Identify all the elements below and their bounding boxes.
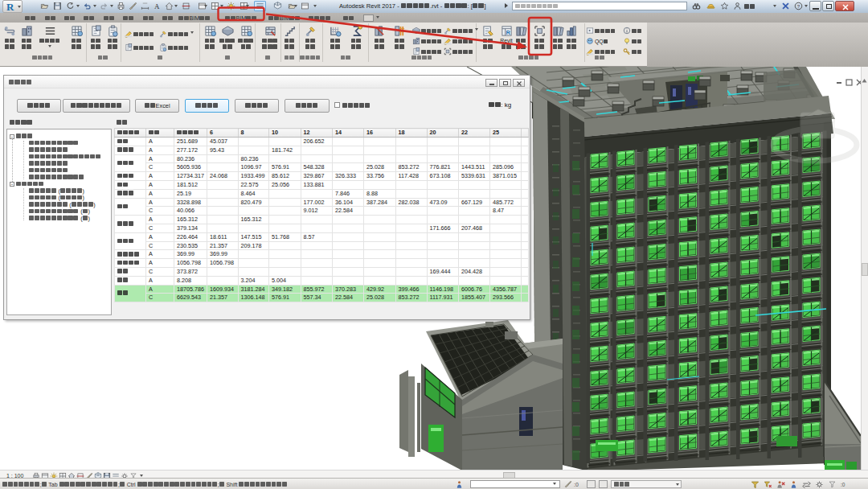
svg-text:A: A (154, 2, 160, 10)
svg-text:?: ? (797, 3, 800, 9)
